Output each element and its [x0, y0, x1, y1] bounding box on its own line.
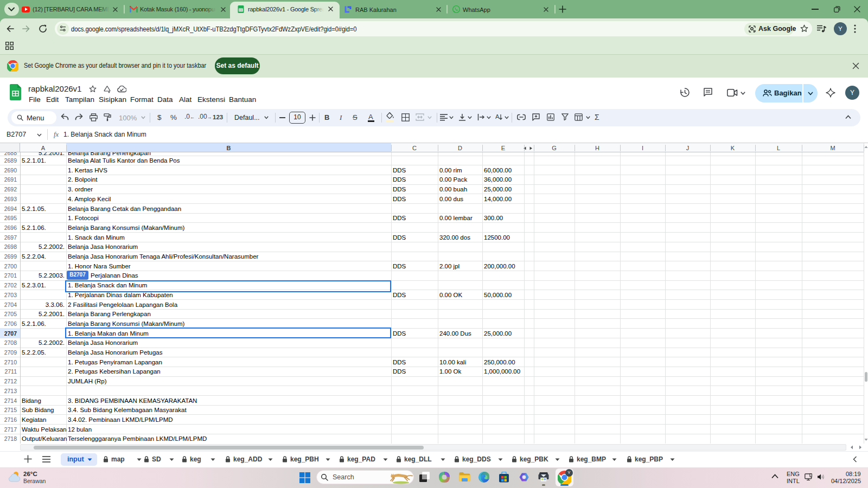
svg-text:A: A [495, 113, 500, 120]
